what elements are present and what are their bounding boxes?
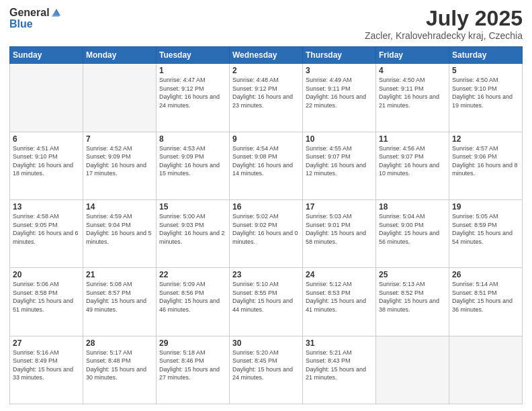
calendar-table: Sunday Monday Tuesday Wednesday Thursday… [9, 46, 523, 404]
day-info: Sunrise: 5:05 AMSunset: 8:59 PMDaylight:… [452, 212, 519, 246]
logo-blue: Blue [9, 19, 33, 30]
day-number: 29 [159, 338, 226, 348]
logo-general: General [9, 7, 50, 18]
table-row: 9Sunrise: 4:54 AMSunset: 9:08 PMDaylight… [230, 132, 303, 199]
table-row: 6Sunrise: 4:51 AMSunset: 9:10 PMDaylight… [10, 132, 83, 199]
table-row: 16Sunrise: 5:02 AMSunset: 9:02 PMDayligh… [230, 199, 303, 267]
table-row: 17Sunrise: 5:03 AMSunset: 9:01 PMDayligh… [303, 199, 376, 267]
table-row [10, 64, 83, 132]
table-row: 21Sunrise: 5:08 AMSunset: 8:57 PMDayligh… [83, 268, 157, 336]
table-row: 3Sunrise: 4:49 AMSunset: 9:11 PMDaylight… [303, 64, 376, 132]
table-row: 25Sunrise: 5:13 AMSunset: 8:52 PMDayligh… [376, 268, 449, 336]
day-info: Sunrise: 4:50 AMSunset: 9:11 PMDaylight:… [379, 76, 446, 109]
calendar-row: 13Sunrise: 4:58 AMSunset: 9:05 PMDayligh… [10, 199, 523, 267]
day-number: 15 [159, 202, 226, 212]
day-number: 3 [306, 66, 373, 75]
table-row: 29Sunrise: 5:18 AMSunset: 8:46 PMDayligh… [157, 336, 230, 404]
table-row: 30Sunrise: 5:20 AMSunset: 8:45 PMDayligh… [230, 336, 303, 404]
calendar-row: 1Sunrise: 4:47 AMSunset: 9:12 PMDaylight… [10, 64, 523, 132]
table-row: 22Sunrise: 5:09 AMSunset: 8:56 PMDayligh… [157, 268, 230, 336]
table-row: 23Sunrise: 5:10 AMSunset: 8:55 PMDayligh… [230, 268, 303, 336]
title-block: July 2025 Zacler, Kralovehradecky kraj, … [365, 7, 523, 41]
day-number: 11 [379, 134, 446, 144]
day-info: Sunrise: 4:59 AMSunset: 9:04 PMDaylight:… [86, 212, 153, 246]
day-info: Sunrise: 4:48 AMSunset: 9:12 PMDaylight:… [232, 76, 300, 109]
day-number: 16 [232, 202, 300, 212]
day-number: 1 [159, 66, 226, 75]
day-number: 22 [159, 270, 226, 279]
day-info: Sunrise: 4:51 AMSunset: 9:10 PMDaylight:… [13, 144, 80, 178]
col-saturday: Saturday [449, 47, 523, 64]
day-info: Sunrise: 4:54 AMSunset: 9:08 PMDaylight:… [232, 144, 300, 178]
day-info: Sunrise: 5:02 AMSunset: 9:02 PMDaylight:… [232, 212, 300, 246]
table-row: 7Sunrise: 4:52 AMSunset: 9:09 PMDaylight… [83, 132, 157, 199]
day-number: 9 [232, 134, 300, 144]
table-row: 19Sunrise: 5:05 AMSunset: 8:59 PMDayligh… [449, 199, 523, 267]
day-number: 18 [379, 202, 446, 212]
table-row [376, 336, 449, 404]
day-info: Sunrise: 5:20 AMSunset: 8:45 PMDaylight:… [232, 349, 300, 382]
day-number: 6 [13, 134, 80, 144]
col-monday: Monday [83, 47, 157, 64]
calendar-row: 27Sunrise: 5:16 AMSunset: 8:49 PMDayligh… [10, 336, 523, 404]
day-info: Sunrise: 4:47 AMSunset: 9:12 PMDaylight:… [159, 76, 226, 109]
day-number: 19 [452, 202, 519, 212]
calendar-header-row: Sunday Monday Tuesday Wednesday Thursday… [10, 47, 523, 64]
day-number: 28 [86, 338, 153, 348]
table-row: 2Sunrise: 4:48 AMSunset: 9:12 PMDaylight… [230, 64, 303, 132]
table-row: 1Sunrise: 4:47 AMSunset: 9:12 PMDaylight… [157, 64, 230, 132]
day-info: Sunrise: 4:49 AMSunset: 9:11 PMDaylight:… [306, 76, 373, 109]
header: General Blue July 2025 Zacler, Kralovehr… [9, 7, 523, 41]
page: General Blue July 2025 Zacler, Kralovehr… [0, 0, 532, 411]
table-row: 14Sunrise: 4:59 AMSunset: 9:04 PMDayligh… [83, 199, 157, 267]
day-info: Sunrise: 5:13 AMSunset: 8:52 PMDaylight:… [379, 280, 446, 314]
day-number: 21 [86, 270, 153, 279]
day-info: Sunrise: 5:00 AMSunset: 9:03 PMDaylight:… [159, 212, 226, 246]
table-row [449, 336, 523, 404]
day-number: 24 [306, 270, 373, 279]
day-info: Sunrise: 5:08 AMSunset: 8:57 PMDaylight:… [86, 280, 153, 314]
day-number: 17 [306, 202, 373, 212]
table-row: 26Sunrise: 5:14 AMSunset: 8:51 PMDayligh… [449, 268, 523, 336]
day-number: 30 [232, 338, 300, 348]
day-number: 8 [159, 134, 226, 144]
table-row: 10Sunrise: 4:55 AMSunset: 9:07 PMDayligh… [303, 132, 376, 199]
col-friday: Friday [376, 47, 449, 64]
col-sunday: Sunday [10, 47, 83, 64]
day-number: 25 [379, 270, 446, 279]
day-info: Sunrise: 5:14 AMSunset: 8:51 PMDaylight:… [452, 280, 519, 314]
calendar-row: 6Sunrise: 4:51 AMSunset: 9:10 PMDaylight… [10, 132, 523, 199]
month-year: July 2025 [365, 7, 523, 30]
day-info: Sunrise: 5:16 AMSunset: 8:49 PMDaylight:… [13, 349, 80, 382]
col-thursday: Thursday [303, 47, 376, 64]
col-wednesday: Wednesday [230, 47, 303, 64]
day-info: Sunrise: 4:57 AMSunset: 9:06 PMDaylight:… [452, 144, 519, 178]
calendar-row: 20Sunrise: 5:06 AMSunset: 8:58 PMDayligh… [10, 268, 523, 336]
day-number: 4 [379, 66, 446, 75]
day-info: Sunrise: 4:52 AMSunset: 9:09 PMDaylight:… [86, 144, 153, 178]
table-row: 5Sunrise: 4:50 AMSunset: 9:10 PMDaylight… [449, 64, 523, 132]
day-number: 23 [232, 270, 300, 279]
day-info: Sunrise: 5:03 AMSunset: 9:01 PMDaylight:… [306, 212, 373, 246]
logo: General Blue [9, 7, 62, 30]
day-info: Sunrise: 5:09 AMSunset: 8:56 PMDaylight:… [159, 280, 226, 314]
table-row: 18Sunrise: 5:04 AMSunset: 9:00 PMDayligh… [376, 199, 449, 267]
table-row: 8Sunrise: 4:53 AMSunset: 9:09 PMDaylight… [157, 132, 230, 199]
day-number: 10 [306, 134, 373, 144]
day-info: Sunrise: 5:17 AMSunset: 8:48 PMDaylight:… [86, 349, 153, 382]
day-number: 2 [232, 66, 300, 75]
day-info: Sunrise: 4:53 AMSunset: 9:09 PMDaylight:… [159, 144, 226, 178]
col-tuesday: Tuesday [157, 47, 230, 64]
table-row: 28Sunrise: 5:17 AMSunset: 8:48 PMDayligh… [83, 336, 157, 404]
day-number: 5 [452, 66, 519, 75]
day-number: 14 [86, 202, 153, 212]
day-info: Sunrise: 4:58 AMSunset: 9:05 PMDaylight:… [13, 212, 80, 246]
day-number: 7 [86, 134, 153, 144]
day-number: 26 [452, 270, 519, 279]
logo-icon [50, 7, 62, 19]
day-number: 27 [13, 338, 80, 348]
table-row: 20Sunrise: 5:06 AMSunset: 8:58 PMDayligh… [10, 268, 83, 336]
table-row: 31Sunrise: 5:21 AMSunset: 8:43 PMDayligh… [303, 336, 376, 404]
table-row: 4Sunrise: 4:50 AMSunset: 9:11 PMDaylight… [376, 64, 449, 132]
day-info: Sunrise: 5:10 AMSunset: 8:55 PMDaylight:… [232, 280, 300, 314]
